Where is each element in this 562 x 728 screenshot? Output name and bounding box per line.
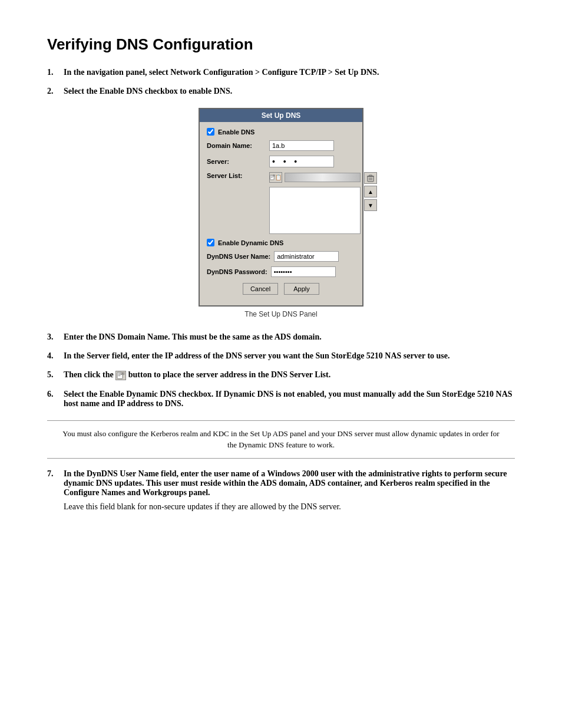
svg-rect-3: [271, 177, 273, 178]
svg-rect-14: [118, 373, 122, 374]
step-6: Select the Enable Dynamic DNS checkbox. …: [47, 390, 515, 409]
enable-dns-checkbox[interactable]: [207, 128, 214, 136]
step-2: Select the Enable DNS checkbox to enable…: [47, 87, 515, 96]
domain-name-label: Domain Name:: [207, 142, 266, 149]
svg-rect-1: [271, 176, 273, 176]
add-server-inline-icon: [115, 371, 126, 380]
delete-server-button[interactable]: [364, 172, 377, 184]
dyndns-user-row: DynDNS User Name:: [207, 251, 355, 262]
server-list-box[interactable]: [269, 187, 361, 234]
step-5: Then click the button to place the serve…: [47, 370, 515, 380]
server-list-add-row: [269, 172, 361, 183]
move-up-button[interactable]: ▲: [364, 186, 377, 197]
dns-panel-container: Set Up DNS Enable DNS Domain Name: Serve…: [47, 108, 515, 318]
enable-dynamic-dns-label: Enable Dynamic DNS: [218, 239, 283, 246]
dyndns-password-row: DynDNS Password:: [207, 266, 355, 277]
svg-rect-16: [118, 375, 121, 376]
step-1: In the navigation panel, select Network …: [47, 68, 515, 77]
step-3: Enter the DNS Domain Name. This must be …: [47, 332, 515, 342]
domain-name-row: Domain Name:: [207, 140, 355, 151]
enable-dynamic-dns-row: Enable Dynamic DNS: [207, 239, 355, 246]
cancel-button[interactable]: Cancel: [243, 283, 278, 295]
page-title: Verifying DNS Configuration: [47, 35, 515, 54]
step-7-text: In the DynDNS User Name field, enter the…: [64, 469, 515, 498]
dns-panel: Set Up DNS Enable DNS Domain Name: Serve…: [199, 108, 363, 307]
server-list-row: Server List:: [207, 172, 355, 234]
add-server-button[interactable]: [269, 172, 282, 183]
enable-dns-label: Enable DNS: [218, 129, 254, 136]
server-label: Server:: [207, 158, 266, 165]
apply-button[interactable]: Apply: [284, 283, 319, 295]
dyndns-password-label: DynDNS Password:: [207, 268, 267, 275]
enable-dynamic-dns-checkbox[interactable]: [207, 239, 214, 246]
svg-rect-9: [369, 175, 372, 176]
note-box: You must also configure the Kerberos rea…: [47, 420, 515, 459]
server-input[interactable]: • • •: [269, 156, 334, 167]
step-7: In the DynDNS User Name field, enter the…: [47, 469, 515, 512]
server-dots: • • •: [272, 157, 298, 166]
enable-dns-row: Enable DNS: [207, 128, 355, 136]
server-row: Server: • • •: [207, 156, 355, 167]
dyndns-user-input[interactable]: [274, 251, 339, 262]
dns-panel-buttons: Cancel Apply: [207, 283, 355, 299]
server-list-buttons: ▲ ▼: [364, 172, 377, 211]
domain-name-input[interactable]: [269, 140, 334, 151]
dns-panel-titlebar: Set Up DNS: [200, 109, 362, 122]
dyndns-password-input[interactable]: [271, 266, 336, 277]
dns-panel-body: Enable DNS Domain Name: Server: • • • Se…: [200, 122, 362, 305]
panel-caption: The Set Up DNS Panel: [244, 310, 317, 318]
dyndns-user-label: DynDNS User Name:: [207, 253, 270, 260]
step-4: In the Server field, enter the IP addres…: [47, 351, 515, 361]
step-7-extra: Leave this field blank for non-secure up…: [64, 502, 515, 512]
move-down-button[interactable]: ▼: [364, 199, 377, 211]
server-list-label: Server List:: [207, 172, 266, 179]
svg-rect-15: [118, 374, 122, 375]
svg-rect-2: [271, 177, 273, 177]
